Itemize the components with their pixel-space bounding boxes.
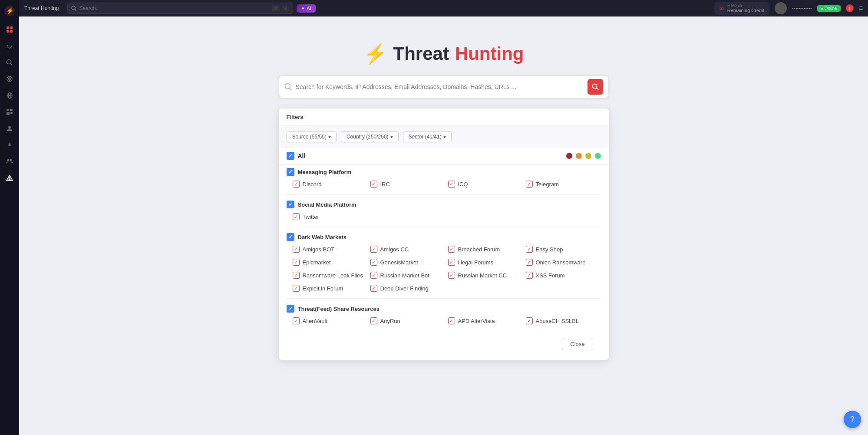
topbar-search-input[interactable] bbox=[79, 5, 269, 11]
country-filter-btn[interactable]: Country (250/250) ▾ bbox=[341, 131, 399, 142]
search-submit-button[interactable] bbox=[587, 79, 603, 95]
xss-forum-checkbox[interactable]: ✓ bbox=[526, 272, 533, 279]
russian-market-bot-checkbox[interactable]: ✓ bbox=[370, 272, 377, 279]
item-telegram[interactable]: ✓ Telegram bbox=[523, 178, 601, 190]
russian-market-cc-checkbox[interactable]: ✓ bbox=[448, 272, 455, 279]
easy-shop-checkbox[interactable]: ✓ bbox=[526, 246, 533, 253]
amigos-bot-checkbox[interactable]: ✓ bbox=[293, 246, 300, 253]
item-illegal-forums[interactable]: ✓ Illegal Forums bbox=[446, 257, 523, 268]
ai-button[interactable]: ✦ AI bbox=[297, 4, 315, 13]
category-social-label: ✓ Social Media Platform bbox=[287, 201, 601, 208]
all-checkbox[interactable]: ✓ bbox=[287, 152, 294, 160]
deep-diver-checkbox[interactable]: ✓ bbox=[370, 285, 377, 292]
title-threat: Threat bbox=[393, 43, 449, 64]
source-filter-btn[interactable]: Source (55/55) ▾ bbox=[287, 131, 337, 142]
item-deep-diver[interactable]: ✓ Deep Diver Finding bbox=[368, 283, 446, 294]
item-epicmarket[interactable]: ✓ Epicmarket bbox=[290, 257, 368, 268]
close-row: Close bbox=[279, 328, 609, 360]
country-filter-label: Country (250/250) bbox=[347, 134, 389, 140]
discord-checkbox[interactable]: ✓ bbox=[293, 181, 300, 188]
sidebar-item-team[interactable] bbox=[3, 155, 17, 168]
dot-orange bbox=[576, 153, 582, 159]
item-alienvault[interactable]: ✓ AlienVault bbox=[290, 315, 368, 326]
support-icon: ? bbox=[850, 415, 855, 424]
sector-filter-btn[interactable]: Sector (41/41) ▾ bbox=[403, 131, 452, 142]
amigos-cc-checkbox[interactable]: ✓ bbox=[370, 246, 377, 253]
category-messaging-label: ✓ Messaging Platform bbox=[287, 168, 601, 176]
sidebar-item-target[interactable] bbox=[3, 72, 17, 86]
sidebar-item-grid[interactable] bbox=[3, 105, 17, 119]
category-threatfeed-label: ✓ Threat(Feed) Share Resources bbox=[287, 305, 601, 313]
svg-rect-17 bbox=[10, 112, 13, 114]
item-amigos-bot[interactable]: ✓ Amigos BOT bbox=[290, 244, 368, 255]
item-russian-market-bot[interactable]: ✓ Russian Market Bot bbox=[368, 270, 446, 281]
abusesch-sslbl-checkbox[interactable]: ✓ bbox=[526, 317, 533, 324]
item-easy-shop[interactable]: ✓ Easy Shop bbox=[523, 244, 601, 255]
sidebar-item-alert[interactable] bbox=[3, 171, 17, 185]
item-russian-market-cc[interactable]: ✓ Russian Market CC bbox=[446, 270, 523, 281]
all-label[interactable]: ✓ All bbox=[287, 152, 306, 160]
svg-point-10 bbox=[9, 79, 10, 79]
apd-altervista-checkbox[interactable]: ✓ bbox=[448, 317, 455, 324]
epicmarket-checkbox[interactable]: ✓ bbox=[293, 259, 300, 266]
sidebar-item-settings[interactable] bbox=[3, 138, 17, 152]
item-breached-forum[interactable]: ✓ Breached Forum bbox=[446, 244, 523, 255]
ransomware-leak-checkbox[interactable]: ✓ bbox=[293, 272, 300, 279]
app-logo[interactable]: ⚡ bbox=[4, 5, 15, 16]
sidebar-item-globe[interactable] bbox=[3, 89, 17, 102]
social-checkbox[interactable]: ✓ bbox=[287, 201, 294, 208]
genesismarket-checkbox[interactable]: ✓ bbox=[370, 259, 377, 266]
country-chevron-icon: ▾ bbox=[390, 134, 393, 140]
main-search-input[interactable] bbox=[296, 83, 587, 90]
telegram-checkbox[interactable]: ✓ bbox=[526, 181, 533, 188]
title-hunting: Hunting bbox=[455, 43, 524, 64]
sidebar-item-refresh[interactable] bbox=[3, 39, 17, 53]
anyrun-checkbox[interactable]: ✓ bbox=[370, 317, 377, 324]
item-irc[interactable]: ✓ IRC bbox=[368, 178, 446, 190]
bolt-icon: ⚡ bbox=[363, 43, 387, 65]
sidebar-item-user[interactable] bbox=[3, 122, 17, 135]
source-chevron-icon: ▾ bbox=[328, 134, 331, 140]
twitter-checkbox[interactable]: ✓ bbox=[293, 213, 300, 220]
item-onion-ransomware[interactable]: ✓ Onion Ransomware bbox=[523, 257, 601, 268]
support-button[interactable]: ? bbox=[844, 411, 861, 428]
item-ransomware-leak[interactable]: ✓ Ransomware Leak Files bbox=[290, 270, 368, 281]
item-genesismarket[interactable]: ✓ GenesisMarket bbox=[368, 257, 446, 268]
threatfeed-checkbox[interactable]: ✓ bbox=[287, 305, 294, 313]
breached-forum-checkbox[interactable]: ✓ bbox=[448, 246, 455, 253]
item-amigos-cc[interactable]: ✓ Amigos CC bbox=[368, 244, 446, 255]
menu-button[interactable]: ≡ bbox=[859, 4, 863, 12]
svg-line-7 bbox=[11, 64, 13, 66]
svg-line-27 bbox=[596, 88, 598, 90]
item-twitter[interactable]: ✓ Twitter bbox=[290, 211, 368, 222]
app-title: Threat Hunting bbox=[24, 5, 59, 11]
exploit-forum-checkbox[interactable]: ✓ bbox=[293, 285, 300, 292]
illegal-forums-checkbox[interactable]: ✓ bbox=[448, 259, 455, 266]
item-abusesch-sslbl[interactable]: ✓ AbuseCH SSLBL bbox=[523, 315, 601, 326]
item-anyrun[interactable]: ✓ AnyRun bbox=[368, 315, 446, 326]
sidebar-item-search[interactable] bbox=[3, 56, 17, 69]
irc-checkbox[interactable]: ✓ bbox=[370, 181, 377, 188]
topbar-search[interactable]: ⌘ ✕ bbox=[67, 3, 293, 14]
main-search-bar[interactable] bbox=[279, 76, 609, 98]
dot-green bbox=[595, 153, 601, 159]
alienvault-checkbox[interactable]: ✓ bbox=[293, 317, 300, 324]
filters-label: Filters bbox=[279, 109, 609, 126]
filters-panel: Filters Source (55/55) ▾ Country (250/25… bbox=[279, 109, 609, 360]
item-apd-altervista[interactable]: ✓ APD AlterVista bbox=[446, 315, 523, 326]
notification-badge[interactable]: ! bbox=[846, 4, 854, 12]
close-button[interactable]: Close bbox=[562, 338, 593, 350]
darkweb-checkbox[interactable]: ✓ bbox=[287, 233, 294, 241]
social-items-grid: ✓ Twitter bbox=[287, 211, 601, 222]
onion-ransomware-checkbox[interactable]: ✓ bbox=[526, 259, 533, 266]
item-icq[interactable]: ✓ ICQ bbox=[446, 178, 523, 190]
svg-line-25 bbox=[290, 88, 291, 90]
messaging-checkbox[interactable]: ✓ bbox=[287, 168, 294, 176]
credit-display: ∞ ∞ Month Remaining Credit bbox=[714, 2, 769, 15]
all-row: ✓ All bbox=[279, 148, 609, 165]
item-discord[interactable]: ✓ Discord bbox=[290, 178, 368, 190]
item-xss-forum[interactable]: ✓ XSS Forum bbox=[523, 270, 601, 281]
icq-checkbox[interactable]: ✓ bbox=[448, 181, 455, 188]
sidebar-item-home[interactable] bbox=[3, 23, 17, 36]
item-exploit-forum[interactable]: ✓ Exploit.in Forum bbox=[290, 283, 368, 294]
